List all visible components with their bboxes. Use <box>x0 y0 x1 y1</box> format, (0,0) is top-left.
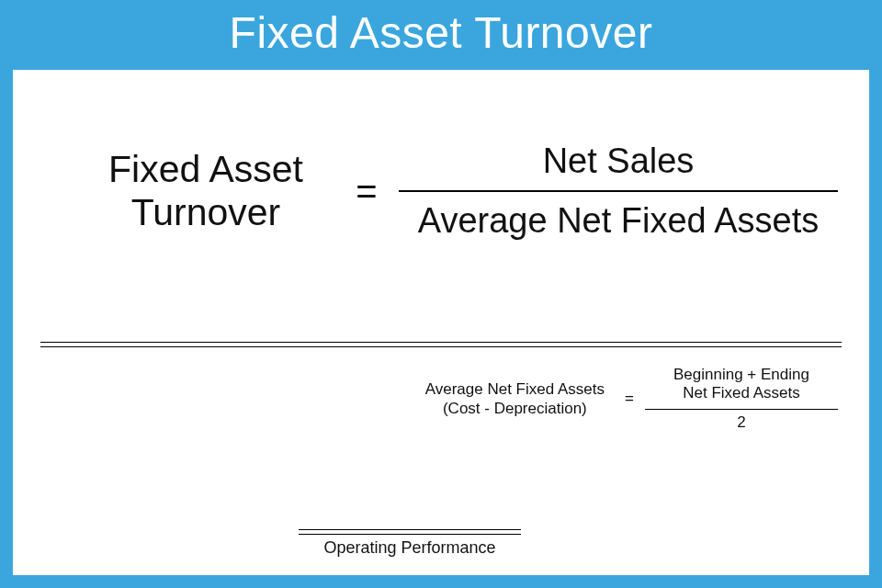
equals-sign: = <box>334 171 399 212</box>
sub-lhs-line1: Average Net Fixed Assets <box>425 379 605 399</box>
content-card: Fixed Asset Turnover = Net Sales Average… <box>13 70 869 575</box>
lhs-line2: Turnover <box>77 191 334 234</box>
sub-formula-lhs: Average Net Fixed Assets (Cost - Depreci… <box>425 379 614 419</box>
footer-label: Operating Performance <box>299 538 521 558</box>
fraction-bar <box>645 409 838 410</box>
footer-divider <box>299 529 521 530</box>
fraction-bar <box>399 190 838 192</box>
main-formula-fraction: Net Sales Average Net Fixed Assets <box>399 141 838 241</box>
divider-line <box>40 342 842 343</box>
divider-line <box>40 346 842 347</box>
sub-formula: Average Net Fixed Assets (Cost - Depreci… <box>13 366 838 432</box>
main-formula-lhs: Fixed Asset Turnover <box>77 148 334 234</box>
main-formula: Fixed Asset Turnover = Net Sales Average… <box>77 141 838 241</box>
sub-numerator: Beginning + Ending Net Fixed Assets <box>645 366 838 407</box>
sub-formula-fraction: Beginning + Ending Net Fixed Assets 2 <box>645 366 838 432</box>
footer-divider <box>299 534 521 535</box>
main-numerator: Net Sales <box>399 141 838 188</box>
page-title: Fixed Asset Turnover <box>0 7 882 58</box>
main-denominator: Average Net Fixed Assets <box>399 198 838 241</box>
equals-sign: = <box>614 390 645 408</box>
sub-num-line1: Beginning + Ending <box>645 366 838 384</box>
sub-denominator: 2 <box>645 412 838 432</box>
sub-num-line2: Net Fixed Assets <box>645 384 838 402</box>
sub-lhs-line2: (Cost - Depreciation) <box>425 399 605 418</box>
lhs-line1: Fixed Asset <box>77 148 334 191</box>
